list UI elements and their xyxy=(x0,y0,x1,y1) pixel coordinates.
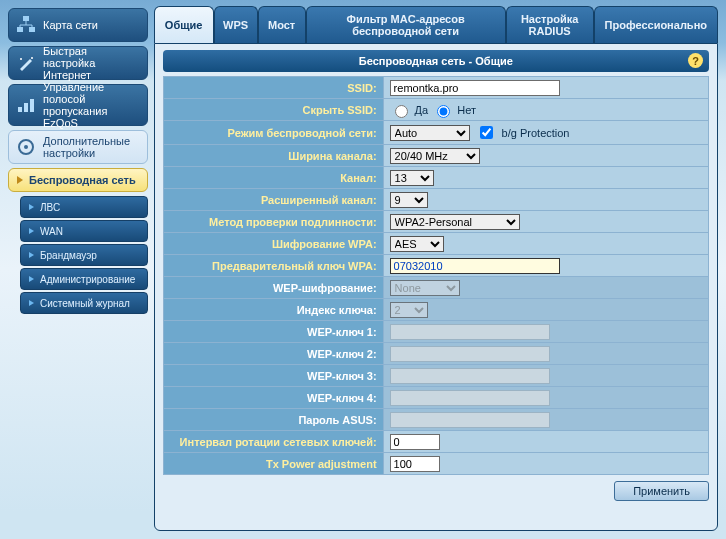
tab-mac-filter[interactable]: Фильтр MAC-адресов беспроводной сети xyxy=(306,6,506,43)
wizard-icon xyxy=(15,52,37,74)
label-psk: Предварительный ключ WPA: xyxy=(163,255,383,277)
sidebar-item-label: Карта сети xyxy=(43,19,98,31)
apply-row: Применить xyxy=(163,475,709,501)
auth-select[interactable]: WPA2-Personal xyxy=(390,214,520,230)
bg-protection-checkbox[interactable] xyxy=(480,126,493,139)
tab-general[interactable]: Общие xyxy=(154,6,214,43)
help-icon[interactable]: ? xyxy=(688,53,703,68)
label-wep: WEP-шифрование: xyxy=(163,277,383,299)
wep1-input xyxy=(390,324,550,340)
sidebar-item-network-map[interactable]: Карта сети xyxy=(8,8,148,42)
key-index-select: 2 xyxy=(390,302,428,318)
tab-bar: Общие WPS Мост Фильтр MAC-адресов беспро… xyxy=(154,6,718,43)
settings-panel: Беспроводная сеть - Общие ? SSID: Скрыть… xyxy=(154,43,718,531)
svg-rect-1 xyxy=(17,27,23,32)
label-rotation: Интервал ротации сетевых ключей: xyxy=(163,431,383,453)
sidebar-sub-wan[interactable]: WAN xyxy=(20,220,148,242)
sidebar-sub-admin[interactable]: Администрирование xyxy=(20,268,148,290)
encryption-select[interactable]: AES xyxy=(390,236,444,252)
svg-rect-0 xyxy=(23,16,29,21)
wep4-input xyxy=(390,390,550,406)
label-hide-ssid: Скрыть SSID: xyxy=(163,99,383,121)
label-mode: Режим беспроводной сети: xyxy=(163,121,383,145)
bandwidth-select[interactable]: 20/40 MHz xyxy=(390,148,480,164)
bandwidth-icon xyxy=(15,94,37,116)
hide-ssid-no-radio[interactable] xyxy=(437,105,450,118)
sidebar-sub-firewall[interactable]: Брандмауэр xyxy=(20,244,148,266)
sidebar-item-label: Дополнительные настройки xyxy=(43,135,141,159)
channel-select[interactable]: 13 xyxy=(390,170,434,186)
label-wep4: WEP-ключ 4: xyxy=(163,387,383,409)
tab-wps[interactable]: WPS xyxy=(214,6,258,43)
sidebar-sub-syslog[interactable]: Системный журнал xyxy=(20,292,148,314)
psk-input[interactable] xyxy=(390,258,560,274)
svg-rect-7 xyxy=(30,99,34,112)
sidebar-item-label: Быстрая настройка Интернет xyxy=(43,45,141,81)
sidebar-item-ezqos[interactable]: Управление полосой пропускания EzQoS xyxy=(8,84,148,126)
apply-button[interactable]: Применить xyxy=(614,481,709,501)
svg-point-9 xyxy=(24,145,28,149)
label-wep3: WEP-ключ 3: xyxy=(163,365,383,387)
network-map-icon xyxy=(15,14,37,36)
hide-ssid-yes-radio[interactable] xyxy=(395,105,408,118)
wep3-input xyxy=(390,368,550,384)
tab-bridge[interactable]: Мост xyxy=(258,6,306,43)
label-txpower: Tx Power adjustment xyxy=(163,453,383,475)
label-bandwidth: Ширина канала: xyxy=(163,145,383,167)
mode-select[interactable]: Auto xyxy=(390,125,470,141)
sidebar-item-quick-setup[interactable]: Быстрая настройка Интернет xyxy=(8,46,148,80)
label-wep2: WEP-ключ 2: xyxy=(163,343,383,365)
main-content: Общие WPS Мост Фильтр MAC-адресов беспро… xyxy=(148,0,726,539)
settings-icon xyxy=(15,136,37,158)
sidebar-item-label: Управление полосой пропускания EzQoS xyxy=(43,81,141,129)
svg-rect-6 xyxy=(24,103,28,112)
svg-rect-5 xyxy=(18,107,22,112)
label-asus-pass: Пароль ASUS: xyxy=(163,409,383,431)
svg-rect-2 xyxy=(29,27,35,32)
sidebar-item-wireless[interactable]: Беспроводная сеть xyxy=(8,168,148,192)
label-key-index: Индекс ключа: xyxy=(163,299,383,321)
rotation-input[interactable] xyxy=(390,434,440,450)
label-auth: Метод проверки подлинности: xyxy=(163,211,383,233)
wep-select: None xyxy=(390,280,460,296)
wep2-input xyxy=(390,346,550,362)
svg-point-3 xyxy=(31,57,33,59)
tab-radius[interactable]: Настройка RADIUS xyxy=(506,6,594,43)
txpower-input[interactable] xyxy=(390,456,440,472)
sidebar-sub-lan[interactable]: ЛВС xyxy=(20,196,148,218)
panel-title: Беспроводная сеть - Общие xyxy=(359,55,513,67)
label-channel: Канал: xyxy=(163,167,383,189)
label-wep1: WEP-ключ 1: xyxy=(163,321,383,343)
tab-professional[interactable]: Профессионально xyxy=(594,6,718,43)
panel-title-bar: Беспроводная сеть - Общие ? xyxy=(163,50,709,72)
ssid-input[interactable] xyxy=(390,80,560,96)
label-ssid: SSID: xyxy=(163,77,383,99)
ext-channel-select[interactable]: 9 xyxy=(390,192,428,208)
sidebar-item-label: Беспроводная сеть xyxy=(29,174,136,186)
sidebar-item-advanced[interactable]: Дополнительные настройки xyxy=(8,130,148,164)
label-encryption: Шифрование WPA: xyxy=(163,233,383,255)
svg-point-4 xyxy=(20,58,22,60)
sidebar: Карта сети Быстрая настройка Интернет Уп… xyxy=(0,0,148,539)
settings-form: SSID: Скрыть SSID: Да Нет Режим беспрово… xyxy=(163,76,709,475)
asus-pass-input xyxy=(390,412,550,428)
label-ext-channel: Расширенный канал: xyxy=(163,189,383,211)
